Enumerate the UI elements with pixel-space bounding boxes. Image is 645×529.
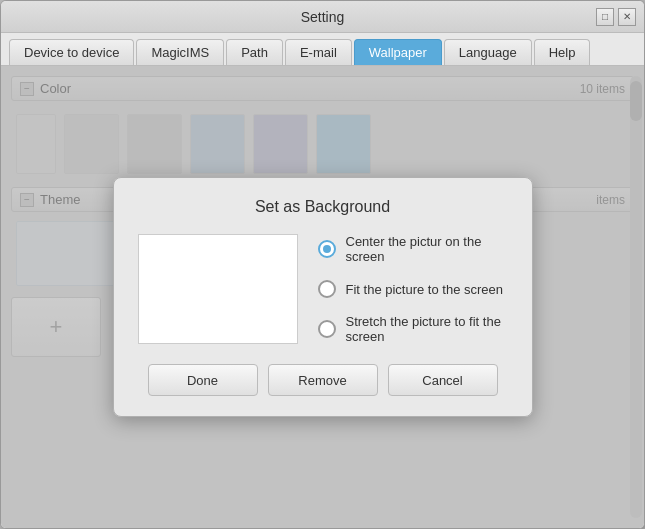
setting-window: Setting □ ✕ Device to device MagicIMS Pa… [0, 0, 645, 529]
tab-path[interactable]: Path [226, 39, 283, 65]
radio-stretch-circle[interactable] [318, 320, 336, 338]
main-content: − Color 10 items − Theme items [1, 65, 644, 528]
wallpaper-preview [138, 234, 298, 344]
modal-buttons: Done Remove Cancel [138, 364, 508, 396]
modal-options: Center the pictur on the screen Fit the … [318, 234, 508, 344]
radio-fit-label: Fit the picture to the screen [346, 282, 504, 297]
tab-language[interactable]: Language [444, 39, 532, 65]
window-controls: □ ✕ [596, 8, 636, 26]
modal-overlay: Set as Background Center the pictur on t… [1, 66, 644, 528]
set-background-modal: Set as Background Center the pictur on t… [113, 177, 533, 417]
tab-wallpaper[interactable]: Wallpaper [354, 39, 442, 65]
done-button[interactable]: Done [148, 364, 258, 396]
radio-center-label: Center the pictur on the screen [346, 234, 508, 264]
nav-tabs: Device to device MagicIMS Path E-mail Wa… [1, 33, 644, 65]
remove-button[interactable]: Remove [268, 364, 378, 396]
tab-help[interactable]: Help [534, 39, 591, 65]
radio-fit[interactable]: Fit the picture to the screen [318, 280, 508, 298]
radio-stretch[interactable]: Stretch the picture to fit the screen [318, 314, 508, 344]
minimize-button[interactable]: □ [596, 8, 614, 26]
tab-magicims[interactable]: MagicIMS [136, 39, 224, 65]
radio-center[interactable]: Center the pictur on the screen [318, 234, 508, 264]
modal-body: Center the pictur on the screen Fit the … [138, 234, 508, 344]
radio-center-circle[interactable] [318, 240, 336, 258]
radio-fit-circle[interactable] [318, 280, 336, 298]
tab-device-to-device[interactable]: Device to device [9, 39, 134, 65]
radio-stretch-label: Stretch the picture to fit the screen [346, 314, 508, 344]
cancel-button[interactable]: Cancel [388, 364, 498, 396]
modal-title: Set as Background [138, 198, 508, 216]
tab-email[interactable]: E-mail [285, 39, 352, 65]
window-title: Setting [301, 9, 345, 25]
title-bar: Setting □ ✕ [1, 1, 644, 33]
close-button[interactable]: ✕ [618, 8, 636, 26]
